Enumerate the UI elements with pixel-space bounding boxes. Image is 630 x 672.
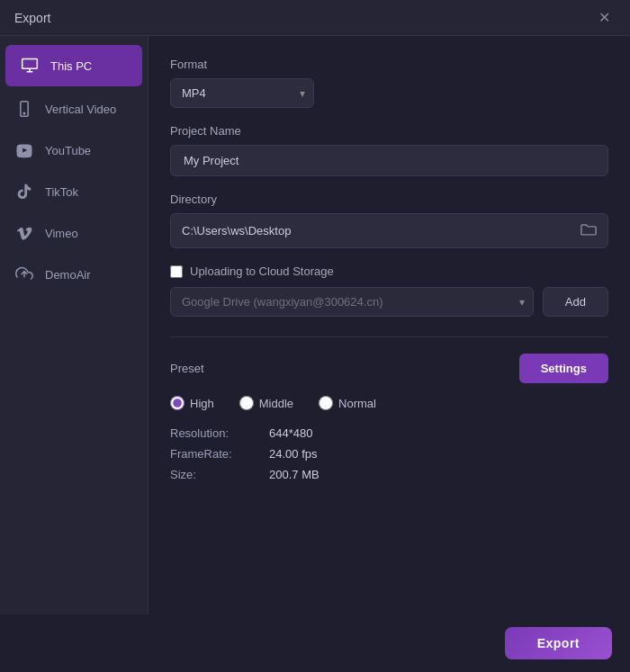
format-select[interactable]: MP4 MOV AVI MKV [170,78,314,108]
sidebar-label-youtube: YouTube [45,144,91,157]
sidebar-item-vertical-video[interactable]: Vertical Video [0,88,148,130]
format-group: Format MP4 MOV AVI MKV ▾ [170,58,608,108]
close-button[interactable]: ✕ [593,9,616,27]
cloud-checkbox[interactable] [170,265,183,278]
sidebar-label-vimeo: Vimeo [45,227,78,240]
preset-label: Preset [170,362,204,375]
preset-radio-label-normal: Normal [338,397,376,410]
bottom-bar: Export [0,614,630,672]
sidebar-item-this-pc[interactable]: This PC [5,45,142,86]
directory-label: Directory [170,193,608,206]
divider [170,336,608,337]
format-label: Format [170,58,608,71]
youtube-icon [14,140,34,160]
stat-row-resolution: Resolution: 644*480 [170,426,608,440]
format-dropdown-wrap: MP4 MOV AVI MKV ▾ [170,78,314,108]
directory-group: Directory C:\Users\ws\Desktop [170,193,608,248]
resolution-label: Resolution: [170,426,269,440]
preset-radio-middle[interactable]: Middle [239,396,293,410]
preset-radio-input-middle[interactable] [239,396,254,410]
main-layout: This PC Vertical Video YouTube [0,36,630,672]
preset-radio-label-middle: Middle [259,397,293,410]
cloud-upload-icon [14,264,34,284]
cloud-checkbox-row: Uploading to Cloud Storage [170,264,608,278]
svg-rect-0 [22,59,38,69]
directory-path: C:\Users\ws\Desktop [182,224,573,237]
phone-icon [14,99,34,119]
cloud-storage-group: Uploading to Cloud Storage Google Drive … [170,264,608,317]
sidebar-item-youtube[interactable]: YouTube [0,130,148,171]
computer-icon [20,56,40,76]
stats-grid: Resolution: 644*480 FrameRate: 24.00 fps… [170,426,608,481]
tiktok-icon [14,182,34,202]
export-button[interactable]: Export [505,627,612,659]
preset-radio-normal[interactable]: Normal [319,396,376,410]
sidebar-item-vimeo[interactable]: Vimeo [0,212,148,254]
cloud-dropdown-wrap: Google Drive (wangxiyan@300624.cn) ▾ [170,287,534,317]
sidebar-label-demoair: DemoAir [45,268,91,282]
settings-button[interactable]: Settings [519,354,608,383]
size-label: Size: [170,468,269,481]
add-cloud-button[interactable]: Add [543,287,608,317]
stat-row-framerate: FrameRate: 24.00 fps [170,447,608,461]
sidebar-label-vertical-video: Vertical Video [45,103,116,116]
folder-icon[interactable] [580,222,597,239]
resolution-value: 644*480 [269,426,312,440]
sidebar-item-tiktok[interactable]: TikTok [0,171,148,212]
project-name-input[interactable] [170,145,608,176]
vimeo-icon [14,223,34,243]
preset-radio-input-high[interactable] [170,396,184,410]
preset-row: Preset Settings [170,354,608,383]
stat-row-size: Size: 200.7 MB [170,468,608,481]
sidebar-item-demoair[interactable]: DemoAir [0,254,148,295]
size-value: 200.7 MB [269,468,320,481]
directory-row: C:\Users\ws\Desktop [170,213,608,248]
cloud-checkbox-label: Uploading to Cloud Storage [190,264,334,278]
project-name-label: Project Name [170,124,608,138]
preset-radio-label-high: High [190,397,214,410]
framerate-label: FrameRate: [170,447,269,461]
sidebar: This PC Vertical Video YouTube [0,36,148,672]
svg-point-2 [23,112,25,114]
dialog-title: Export [14,11,50,25]
sidebar-label-tiktok: TikTok [45,185,78,199]
preset-radio-group: High Middle Normal [170,396,608,410]
preset-radio-input-normal[interactable] [319,396,333,410]
sidebar-label-this-pc: This PC [50,59,92,73]
framerate-value: 24.00 fps [269,447,318,461]
cloud-row: Google Drive (wangxiyan@300624.cn) ▾ Add [170,287,608,317]
content-area: Format MP4 MOV AVI MKV ▾ Project Name Di… [148,36,630,672]
title-bar: Export ✕ [0,0,630,36]
preset-radio-high[interactable]: High [170,396,214,410]
cloud-storage-select[interactable]: Google Drive (wangxiyan@300624.cn) [170,287,534,317]
project-name-group: Project Name [170,124,608,176]
